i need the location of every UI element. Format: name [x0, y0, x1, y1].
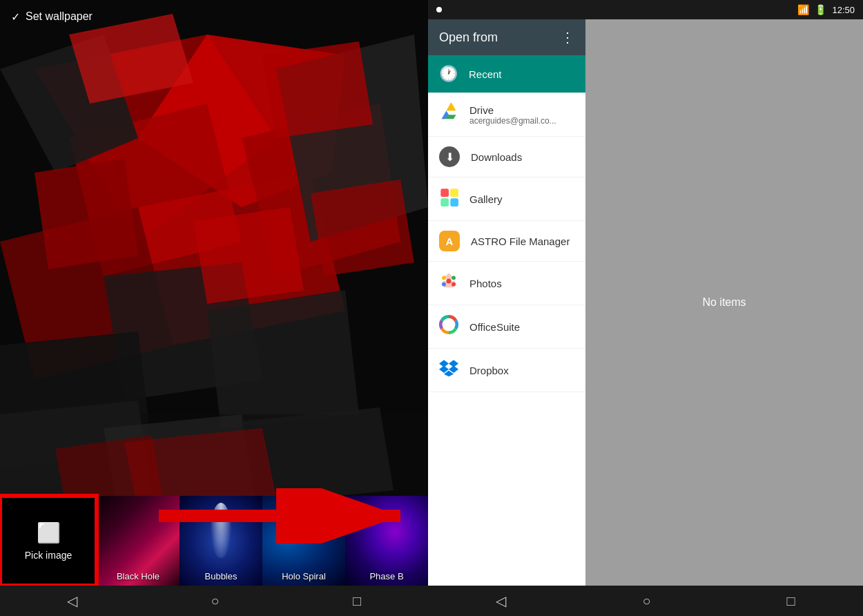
svg-marker-13 — [262, 41, 373, 138]
thumbnail-holo-spiral[interactable]: Holo Spiral — [262, 496, 345, 586]
menu-item-downloads[interactable]: ⬇ Downloads — [428, 137, 585, 177]
drive-icon — [439, 103, 458, 126]
menu-item-officesuite[interactable]: OfficeSuite — [428, 305, 585, 349]
right-recents-button[interactable]: □ — [770, 588, 811, 615]
status-left — [436, 7, 442, 12]
svg-point-31 — [452, 276, 456, 280]
menu-sublabel-drive: acerguides@gmail.co... — [469, 116, 556, 126]
menu-item-photos[interactable]: Photos — [428, 262, 585, 305]
svg-rect-25 — [440, 189, 449, 197]
right-back-button[interactable]: ◁ — [479, 587, 523, 615]
dropbox-icon — [439, 358, 458, 382]
menu-label-downloads: Downloads — [471, 151, 522, 163]
top-bar: ✓ Set wallpaper — [0, 0, 428, 33]
image-icon: ⬜ — [37, 521, 61, 544]
right-panel: 📶 🔋 12:50 Open from ⋮ 🕐 Recent — [428, 0, 863, 616]
dialog-menu: Open from ⋮ 🕐 Recent Drive — [428, 19, 585, 586]
recent-icon: 🕐 — [439, 65, 458, 83]
menu-item-drive[interactable]: Drive acerguides@gmail.co... — [428, 93, 585, 137]
photos-icon — [439, 271, 458, 295]
menu-label-drive: Drive — [469, 104, 556, 116]
menu-label-officesuite: OfficeSuite — [469, 321, 520, 333]
no-items-text: No items — [702, 296, 746, 309]
right-home-button[interactable]: ○ — [626, 588, 667, 615]
svg-rect-28 — [450, 198, 458, 206]
officesuite-icon — [439, 315, 458, 338]
thumbnail-phase-b[interactable]: Phase B — [345, 496, 428, 586]
menu-item-gallery[interactable]: Gallery — [428, 177, 585, 221]
recents-button[interactable]: □ — [336, 588, 378, 615]
svg-point-33 — [452, 282, 456, 287]
menu-label-dropbox: Dropbox — [469, 365, 509, 376]
astro-icon: A — [439, 231, 460, 251]
svg-point-29 — [447, 279, 452, 284]
notification-dot — [436, 7, 442, 12]
set-wallpaper-label: Set wallpaper — [26, 10, 93, 23]
right-bottom-nav: ◁ ○ □ — [428, 586, 863, 616]
dialog-header: Open from ⋮ — [428, 19, 585, 55]
home-button[interactable]: ○ — [194, 588, 235, 615]
svg-marker-11 — [207, 290, 359, 428]
thumbnail-black-hole-label: Black Hole — [97, 571, 180, 581]
menu-label-photos: Photos — [469, 278, 502, 289]
thumbnail-phase-b-label: Phase B — [345, 571, 428, 581]
svg-rect-27 — [440, 198, 449, 206]
status-bar: 📶 🔋 12:50 — [428, 0, 863, 19]
thumbnail-bubbles[interactable]: Bubbles — [180, 496, 262, 586]
left-panel: ✓ Set wallpaper ⬜ Pick image Black Hole — [0, 0, 428, 616]
thumbnail-black-hole[interactable]: Black Hole — [97, 496, 180, 586]
thumbnail-holo-spiral-label: Holo Spiral — [262, 571, 345, 581]
svg-marker-14 — [35, 159, 138, 269]
dialog-content-area: No items — [585, 19, 863, 586]
svg-rect-26 — [450, 189, 458, 197]
dialog-title: Open from — [439, 30, 498, 45]
back-button[interactable]: ◁ — [50, 587, 94, 615]
battery-icon: 🔋 — [815, 4, 826, 15]
dialog-area: Open from ⋮ 🕐 Recent Drive — [428, 19, 863, 586]
svg-marker-16 — [311, 180, 414, 276]
downloads-icon: ⬇ — [439, 146, 460, 167]
menu-item-dropbox[interactable]: Dropbox — [428, 349, 585, 392]
menu-label-recent: Recent — [469, 68, 502, 80]
checkmark-icon: ✓ — [11, 10, 20, 23]
svg-point-32 — [442, 282, 446, 287]
more-options-button[interactable]: ⋮ — [561, 29, 574, 46]
left-bottom-nav: ◁ ○ □ — [0, 586, 428, 616]
svg-marker-15 — [193, 207, 304, 304]
wifi-icon: 📶 — [797, 4, 809, 15]
menu-label-gallery: Gallery — [469, 193, 503, 205]
thumbnail-strip: ⬜ Pick image Black Hole Bubbles Holo Spi… — [0, 496, 428, 586]
menu-item-recent[interactable]: 🕐 Recent — [428, 55, 585, 93]
menu-label-astro: ASTRO File Manager — [471, 235, 570, 247]
svg-point-30 — [442, 276, 446, 280]
gallery-icon — [439, 187, 458, 211]
pick-image-button[interactable]: ⬜ Pick image — [0, 496, 97, 586]
status-right: 📶 🔋 12:50 — [797, 4, 855, 15]
time-display: 12:50 — [832, 5, 855, 15]
thumbnail-bubbles-label: Bubbles — [180, 571, 262, 581]
menu-item-astro[interactable]: A ASTRO File Manager — [428, 221, 585, 262]
drive-text: Drive acerguides@gmail.co... — [469, 104, 556, 126]
pick-image-label: Pick image — [25, 550, 72, 561]
set-wallpaper-button[interactable]: ✓ Set wallpaper — [11, 10, 93, 23]
